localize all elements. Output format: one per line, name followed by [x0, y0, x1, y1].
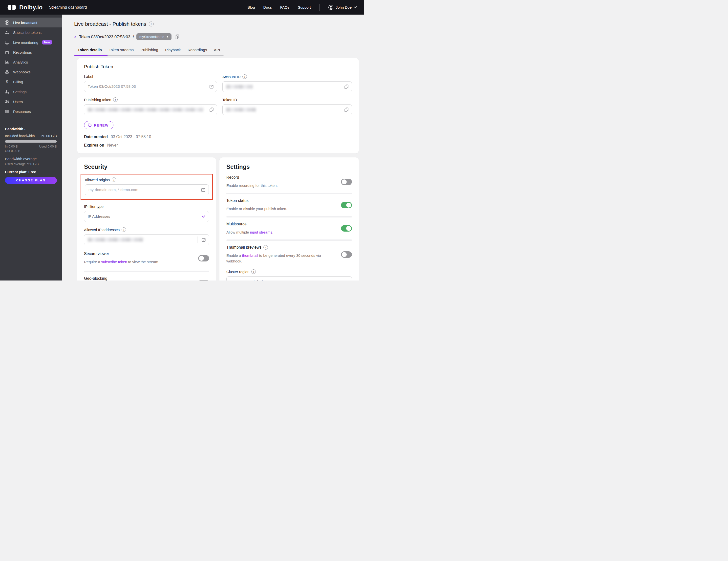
sidebar-item-users[interactable]: Users [0, 97, 62, 107]
back-chevron-icon[interactable]: ‹ [74, 34, 76, 40]
avatar-icon [328, 4, 334, 10]
expires-on-value: Never [107, 143, 118, 148]
token-id-field[interactable] [222, 104, 352, 115]
dolby-logo[interactable]: Dolby.io [7, 4, 43, 11]
nav-faqs[interactable]: FAQs [280, 5, 290, 9]
copy-account-id-button[interactable] [344, 84, 349, 89]
tab-recordings[interactable]: Recordings [184, 46, 210, 54]
tab-publishing[interactable]: Publishing [137, 46, 162, 54]
publishing-token-label: Publishing token [84, 98, 111, 102]
header-divider [319, 4, 320, 11]
allowed-origins-info-icon[interactable]: i [112, 177, 116, 182]
publishing-token-field[interactable] [84, 104, 217, 115]
bandwidth-title[interactable]: Bandwidth› [5, 127, 57, 131]
settings-heading: Settings [226, 163, 352, 170]
nav-support[interactable]: Support [298, 5, 311, 9]
cluster-region-value: Use account default [230, 280, 264, 281]
sidebar-item-recordings[interactable]: Recordings [0, 47, 62, 57]
chevron-down-icon [354, 6, 357, 8]
edit-label-button[interactable] [209, 84, 214, 89]
page-info-icon[interactable]: i [149, 22, 154, 26]
input-streams-link[interactable]: input streams [250, 230, 272, 234]
subscribe-token-link[interactable]: subscribe token [101, 260, 127, 264]
top-header: Dolby.io Streaming dashboard Blog Docs F… [0, 0, 364, 15]
page-title: Live broadcast - Publish tokens [74, 21, 146, 27]
record-desc: Enable recording for this token. [226, 183, 278, 188]
sidebar-item-resources[interactable]: Resources [0, 107, 62, 116]
copy-publishing-token-button[interactable] [209, 107, 214, 112]
dolby-double-d-icon [7, 4, 17, 11]
sidebar-item-settings[interactable]: Settings [0, 87, 62, 97]
publish-token-heading: Publish Token [84, 64, 352, 69]
nav-docs[interactable]: Docs [263, 5, 272, 9]
bandwidth-used: Used 0.00 B [39, 145, 57, 148]
chevron-down-icon [201, 215, 205, 218]
record-toggle[interactable] [341, 179, 352, 185]
allowed-origins-field[interactable] [85, 184, 209, 195]
sidebar-item-subscribe-tokens[interactable]: Subscribe tokens [0, 27, 62, 37]
sidebar-item-label: Recordings [13, 50, 32, 54]
multisource-toggle[interactable] [341, 225, 352, 232]
tab-token-streams[interactable]: Token streams [105, 46, 137, 54]
sidebar-item-analytics[interactable]: Analytics [0, 57, 62, 67]
sidebar-item-live-broadcast[interactable]: Live broadcast [0, 18, 62, 27]
copy-stream-name-button[interactable] [174, 34, 180, 40]
cluster-region-select[interactable]: Use account default [226, 276, 352, 281]
thumbnail-info-icon[interactable]: i [263, 245, 268, 250]
account-id-label: Account ID [222, 75, 240, 79]
thumbnail-previews-toggle[interactable] [341, 251, 352, 258]
change-plan-button[interactable]: CHANGE PLAN [5, 177, 57, 184]
sidebar-item-live-monitoring[interactable]: Live monitoring New [0, 37, 62, 47]
multisource-label: Multisource [226, 222, 273, 226]
allowed-ip-addresses-field[interactable] [84, 234, 209, 245]
bandwidth-panel: Bandwidth› Included bandwidth 50.00 GiB … [0, 127, 62, 184]
stream-name-chip[interactable]: myStreamName ▼ [136, 33, 171, 40]
stream-name: myStreamName [139, 35, 164, 39]
record-label: Record [226, 175, 278, 180]
renew-button[interactable]: RENEW [84, 121, 113, 129]
redacted-ip-addresses [88, 238, 143, 242]
sidebar-item-billing[interactable]: $ Billing [0, 77, 62, 87]
bandwidth-progressbar [5, 140, 57, 143]
tab-playback[interactable]: Playback [162, 46, 184, 54]
copy-token-id-button[interactable] [344, 107, 349, 112]
top-nav: Blog Docs FAQs Support John Doe [248, 4, 357, 11]
secure-viewer-label: Secure viewer [84, 252, 159, 256]
sidebar-item-label: Billing [13, 80, 23, 84]
chevron-down-icon: ▼ [166, 36, 169, 38]
breadcrumb-token[interactable]: Token 03/Oct/2023 07:58:03 [79, 35, 130, 39]
account-id-info-icon[interactable]: i [242, 74, 247, 79]
nav-blog[interactable]: Blog [248, 5, 255, 9]
redacted-publishing-token [88, 108, 203, 112]
ip-filter-type-select[interactable]: IP Addresses [84, 211, 209, 222]
sidebar-divider [0, 123, 62, 123]
tab-token-details[interactable]: Token details [74, 46, 105, 54]
label-field-label: Label [84, 74, 217, 79]
settings-divider [226, 193, 352, 194]
sidebar-item-webhooks[interactable]: Webhooks [0, 67, 62, 77]
resources-icon [4, 109, 10, 114]
sidebar-item-label: Webhooks [13, 70, 31, 74]
logo-text: Dolby.io [19, 4, 43, 11]
geo-blocking-toggle[interactable] [198, 280, 209, 281]
account-id-field[interactable] [222, 81, 352, 92]
edit-allowed-origins-button[interactable] [201, 187, 206, 193]
cluster-region-info-icon[interactable]: i [251, 269, 256, 274]
allowed-ip-info-icon[interactable]: i [122, 227, 126, 232]
sidebar-item-label: Subscribe tokens [13, 30, 42, 35]
token-status-toggle[interactable] [341, 202, 352, 208]
user-menu[interactable]: John Doe [328, 4, 357, 10]
allowed-origins-input[interactable] [88, 188, 195, 192]
allowed-ip-addresses-label: Allowed IP addresses [84, 228, 120, 232]
bandwidth-overage-title: Bandwidth overage [5, 157, 57, 161]
publishing-token-info-icon[interactable]: i [113, 97, 118, 102]
secure-viewer-toggle[interactable] [198, 255, 209, 261]
bandwidth-overage-detail: Used overage of 0 GiB [5, 162, 57, 166]
settings-divider [226, 239, 352, 241]
tab-api[interactable]: API [211, 46, 224, 54]
recordings-icon [4, 50, 10, 55]
allowed-origins-highlight: Allowed origins i [81, 174, 213, 200]
edit-allowed-ip-button[interactable] [201, 237, 206, 242]
label-field[interactable]: Token 03/Oct/2023 07:58:03 [84, 81, 217, 92]
thumbnail-link[interactable]: thumbnail [242, 253, 258, 258]
